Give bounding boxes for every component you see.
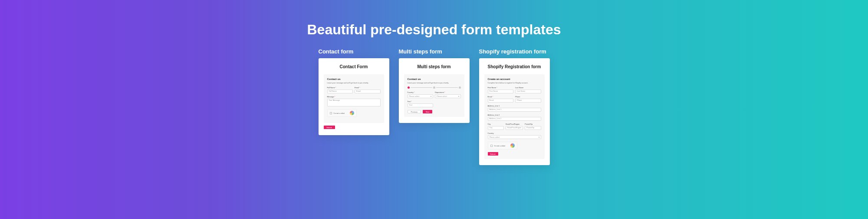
state-label: State/Prov/Region xyxy=(506,123,523,125)
step-dot-1 xyxy=(408,86,410,89)
chevron-down-icon: ▾ xyxy=(539,136,539,138)
contact-submit-button[interactable]: Submit xyxy=(324,126,335,129)
addr1-input[interactable]: Address_Line 1 xyxy=(488,108,541,112)
state-input[interactable]: State/Prov/Region xyxy=(506,126,523,130)
shopify-submit-button[interactable]: Submit xyxy=(488,152,498,156)
shopify-column: Shopify registration form Shopify Regist… xyxy=(479,48,550,165)
email2-input[interactable]: Email xyxy=(488,99,514,103)
shopify-form-head: Create an account xyxy=(488,78,541,80)
phone-input[interactable]: Phone xyxy=(515,99,541,103)
fullname-label: Full Name xyxy=(327,86,353,89)
country-label: Country xyxy=(408,91,434,93)
step-dot-3 xyxy=(459,86,461,89)
addr1-label: Address_Line 1 xyxy=(488,105,541,107)
multi-column: Multi steps form Multi steps form Contac… xyxy=(399,48,470,165)
dept-label: Department xyxy=(435,91,461,93)
contact-captcha[interactable]: I'm not a robot xyxy=(327,109,357,117)
multi-form-panel: Contact us Leave your message and we'll … xyxy=(404,74,464,117)
email-label: Email xyxy=(355,86,381,89)
phone-label: Phone xyxy=(515,96,541,98)
page-container: Beautiful pre-designed form templates Co… xyxy=(0,0,868,165)
fullname-input[interactable]: Full Name xyxy=(327,90,353,93)
contact-form-head: Contact us xyxy=(327,78,381,80)
country-select[interactable]: Please select▾ xyxy=(408,94,434,98)
shopify-form-panel: Create an account Complete form below to… xyxy=(484,74,545,159)
message-label: Message xyxy=(327,96,381,98)
last-label: Last Name xyxy=(515,86,541,89)
chevron-down-icon: ▾ xyxy=(431,95,431,97)
city-label: City xyxy=(488,123,504,125)
contact-card-title: Contact Form xyxy=(324,64,384,69)
contact-column: Contact form Contact Form Contact us Lea… xyxy=(319,48,389,165)
postal-input[interactable]: Postal/Zip xyxy=(525,126,541,130)
step-line-2 xyxy=(436,87,458,88)
shopify-form-sub: Complete form below to register for Shop… xyxy=(488,82,541,84)
step-dot-2 xyxy=(433,86,435,89)
step-indicator xyxy=(408,86,461,89)
message-input[interactable]: Your Message xyxy=(327,99,381,106)
text-input[interactable]: Text xyxy=(408,103,433,107)
last-input[interactable]: Last Name xyxy=(515,90,541,93)
multi-form-head: Contact us xyxy=(408,78,461,80)
dept-select[interactable]: Please select▾ xyxy=(435,94,461,98)
shopify-card-label: Shopify registration form xyxy=(479,48,550,55)
shopify-card-title: Shopify Registration form xyxy=(484,64,545,69)
chevron-down-icon: ▾ xyxy=(458,95,459,97)
multi-card-label: Multi steps form xyxy=(399,48,470,55)
first-input[interactable]: First Name xyxy=(488,90,514,93)
captcha-checkbox-icon[interactable] xyxy=(490,145,493,147)
text-label: Text xyxy=(408,100,433,103)
addr2-input[interactable]: Address_Line 2 xyxy=(488,117,541,121)
email2-label: Email xyxy=(488,96,514,98)
email-input[interactable]: Email xyxy=(355,90,381,93)
country2-select[interactable]: Please select▾ xyxy=(488,135,541,139)
recaptcha-logo-icon xyxy=(510,143,515,148)
section-heading: Beautiful pre-designed form templates xyxy=(307,22,561,38)
cards-row: Contact form Contact Form Contact us Lea… xyxy=(319,48,550,165)
contact-form-panel: Contact us Leave your message and we'll … xyxy=(324,74,384,123)
contact-card-label: Contact form xyxy=(319,48,389,55)
addr2-label: Address_Line 2 xyxy=(488,114,541,116)
city-input[interactable]: City xyxy=(488,126,504,130)
shopify-captcha[interactable]: I'm not a robot xyxy=(488,142,517,149)
country2-label: Country xyxy=(488,132,541,134)
captcha-checkbox-icon[interactable] xyxy=(330,112,332,114)
captcha-text: I'm not a robot xyxy=(334,112,348,114)
multi-form-sub: Leave your message and we'll get back to… xyxy=(408,82,461,84)
shopify-card[interactable]: Shopify Registration form Create an acco… xyxy=(479,58,550,165)
captcha-text: I'm not a robot xyxy=(494,145,509,147)
multi-card[interactable]: Multi steps form Contact us Leave your m… xyxy=(399,58,470,123)
first-label: First Name xyxy=(488,86,514,89)
next-button[interactable]: Next xyxy=(423,110,432,113)
contact-card[interactable]: Contact Form Contact us Leave your messa… xyxy=(319,58,389,135)
previous-button[interactable]: Previous xyxy=(408,110,421,113)
multi-card-title: Multi steps form xyxy=(404,64,464,69)
contact-form-sub: Leave your message and we'll get back to… xyxy=(327,82,381,84)
step-line-1 xyxy=(411,87,432,88)
postal-label: Postal/Zip xyxy=(525,123,541,125)
recaptcha-logo-icon xyxy=(350,111,354,115)
